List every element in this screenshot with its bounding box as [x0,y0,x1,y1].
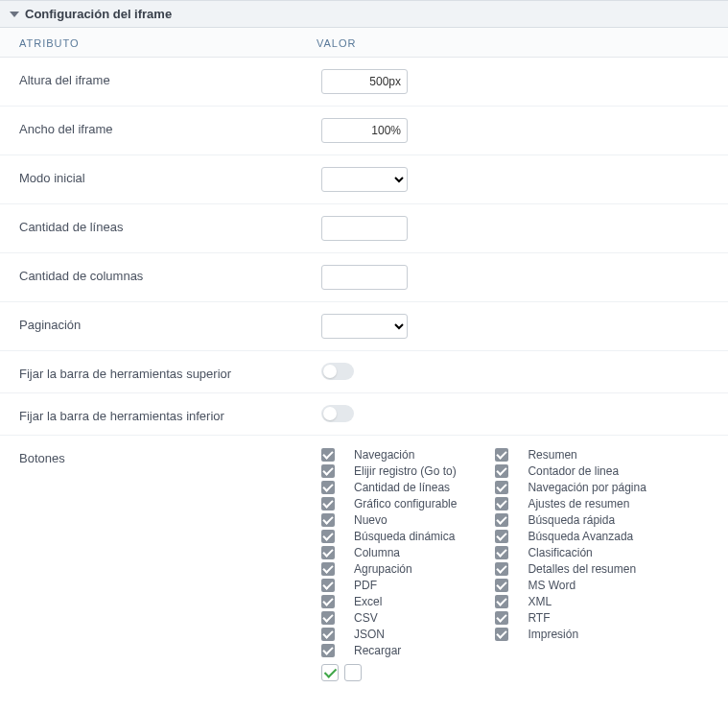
button-option-label: Cantidad de líneas [354,481,450,494]
button-option-label: JSON [354,628,385,641]
check-all-button[interactable] [321,664,339,681]
button-option-label: CSV [354,611,378,625]
input-lines-qty[interactable] [321,216,408,241]
button-option: XML [495,594,646,609]
checkbox[interactable] [495,546,508,559]
checkbox[interactable] [495,481,508,494]
checkbox[interactable] [321,579,335,592]
checkbox[interactable] [321,448,335,462]
button-option-label: Navegación por página [528,481,646,494]
checkbox[interactable] [321,628,335,641]
label-fix-bottom-toolbar: Fijar la barra de herramientas inferior [19,405,317,423]
row-iframe-height: Altura del iframe [0,58,728,107]
label-cols-qty: Cantidad de columnas [19,265,317,283]
checkbox[interactable] [495,595,508,608]
input-cols-qty[interactable] [321,265,408,290]
button-option: Agrupación [321,561,457,577]
button-option: Impresión [495,627,646,642]
button-option: Búsqueda rápida [495,512,646,528]
button-option: Navegación por página [495,480,646,495]
button-option-label: Excel [354,595,382,608]
label-fix-top-toolbar: Fijar la barra de herramientas superior [19,363,317,381]
button-option-label: Búsqueda rápida [528,513,615,527]
button-option: PDF [321,578,457,593]
toggle-fix-bottom-toolbar[interactable] [321,405,354,422]
checkbox[interactable] [321,611,335,625]
input-iframe-height[interactable] [321,69,408,94]
checkbox[interactable] [321,464,335,478]
label-iframe-width: Ancho del iframe [19,118,317,136]
checkbox[interactable] [495,513,508,527]
button-option: Nuevo [321,512,457,528]
label-iframe-height: Altura del iframe [19,69,317,87]
row-lines-qty: Cantidad de líneas [0,204,728,253]
button-option-label: Elijir registro (Go to) [354,464,457,478]
button-option: RTF [495,610,646,626]
button-option-label: Búsqueda dinámica [354,530,455,543]
button-option: CSV [321,610,457,626]
buttons-grid: NavegaciónElijir registro (Go to)Cantida… [321,447,709,658]
button-option: Cantidad de líneas [321,480,457,495]
select-pagination[interactable] [321,314,408,339]
button-option-label: Clasificación [528,546,592,559]
master-checkbox-row [321,664,709,681]
checkbox[interactable] [495,530,508,543]
button-option-label: Gráfico configurable [354,497,457,510]
button-option-label: Ajustes de resumen [528,497,629,510]
checkbox[interactable] [495,497,508,510]
checkbox[interactable] [495,448,508,462]
button-option: Detalles del resumen [495,561,646,577]
checkbox[interactable] [321,530,335,543]
row-iframe-width: Ancho del iframe [0,107,728,155]
button-option-label: Búsqueda Avanzada [528,530,633,543]
button-option-label: Navegación [354,448,414,462]
toggle-knob [323,407,337,420]
button-option-label: XML [528,595,552,608]
button-option: Recargar [321,643,457,658]
header-attribute: ATRIBUTO [19,37,317,49]
button-option-label: Columna [354,546,400,559]
toggle-fix-top-toolbar[interactable] [321,363,354,380]
row-pagination: Paginación [0,302,728,351]
button-option-label: Detalles del resumen [528,562,636,576]
uncheck-all-button[interactable] [344,664,362,681]
panel-header[interactable]: Configuración del iframe [0,0,728,28]
button-option: Columna [321,545,457,560]
label-buttons: Botones [19,447,317,465]
button-option: Búsqueda Avanzada [495,529,646,544]
button-option: MS Word [495,578,646,593]
checkbox[interactable] [321,497,335,510]
label-pagination: Paginación [19,314,317,332]
label-initial-mode: Modo inicial [19,167,317,185]
checkbox[interactable] [321,562,335,576]
checkbox[interactable] [495,464,508,478]
buttons-column-left: NavegaciónElijir registro (Go to)Cantida… [321,447,457,658]
select-initial-mode[interactable] [321,167,408,192]
button-option: Navegación [321,447,457,463]
collapse-icon [10,12,19,17]
button-option-label: RTF [528,611,550,625]
button-option: Búsqueda dinámica [321,529,457,544]
button-option-label: Contador de linea [528,464,619,478]
checkbox[interactable] [321,513,335,527]
checkbox[interactable] [495,628,508,641]
row-initial-mode: Modo inicial [0,155,728,204]
button-option-label: Impresión [528,628,578,641]
checkbox[interactable] [321,481,335,494]
checkbox[interactable] [321,546,335,559]
input-iframe-width[interactable] [321,118,408,143]
button-option: Ajustes de resumen [495,496,646,511]
button-option: Elijir registro (Go to) [321,463,457,479]
button-option: Gráfico configurable [321,496,457,511]
checkbox[interactable] [495,579,508,592]
button-option: Resumen [495,447,646,463]
row-fix-top-toolbar: Fijar la barra de herramientas superior [0,351,728,393]
button-option-label: Agrupación [354,562,412,576]
row-cols-qty: Cantidad de columnas [0,253,728,302]
checkbox[interactable] [495,562,508,576]
checkbox[interactable] [321,644,335,657]
buttons-column-right: ResumenContador de lineaNavegación por p… [495,447,646,658]
checkbox[interactable] [321,595,335,608]
checkbox[interactable] [495,611,508,625]
button-option: Excel [321,594,457,609]
